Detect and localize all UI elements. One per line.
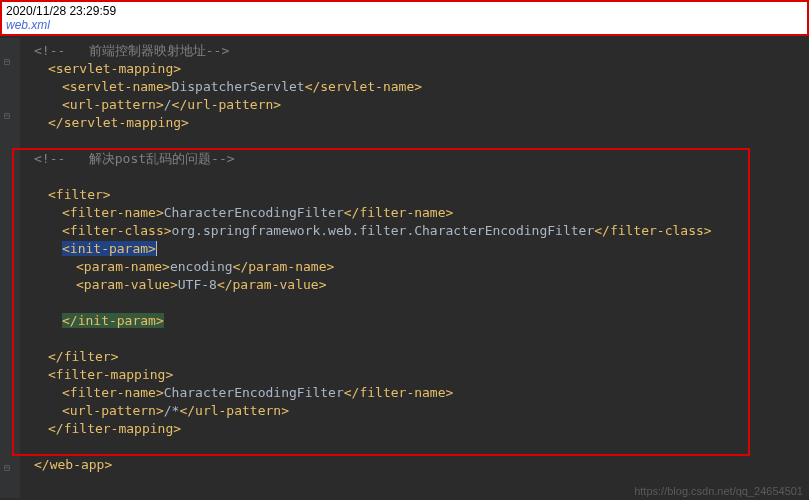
- code-line: <filter-mapping>: [20, 366, 809, 384]
- blank-line: [20, 438, 809, 456]
- comment-line: <!-- 解决post乱码的问题-->: [34, 151, 235, 166]
- blank-line: [20, 132, 809, 150]
- gutter: ⊟ ⊟ ⊟: [0, 38, 20, 498]
- code-line: <filter-class>org.springframework.web.fi…: [20, 222, 809, 240]
- blank-line: [20, 168, 809, 186]
- code-line: <param-name>encoding</param-name>: [20, 258, 809, 276]
- comment-line: <!-- 前端控制器映射地址-->: [34, 43, 229, 58]
- blank-line: [20, 294, 809, 312]
- code-editor[interactable]: <!-- 前端控制器映射地址--> <servlet-mapping> <ser…: [0, 36, 809, 478]
- code-line: <servlet-mapping>: [20, 60, 809, 78]
- code-line: <filter-name>CharacterEncodingFilter</fi…: [20, 384, 809, 402]
- timestamp: 2020/11/28 23:29:59: [6, 4, 803, 18]
- text-cursor: [156, 241, 157, 256]
- code-line: </filter>: [20, 348, 809, 366]
- code-line: </init-param>: [20, 312, 809, 330]
- title-bar: 2020/11/28 23:29:59 web.xml: [0, 0, 809, 36]
- code-line: </servlet-mapping>: [20, 114, 809, 132]
- code-line: <param-value>UTF-8</param-value>: [20, 276, 809, 294]
- code-line: </web-app>: [20, 456, 809, 474]
- code-line: <init-param>: [20, 240, 809, 258]
- code-line: <filter-name>CharacterEncodingFilter</fi…: [20, 204, 809, 222]
- watermark: https://blog.csdn.net/qq_24654501: [634, 485, 803, 497]
- blank-line: [20, 330, 809, 348]
- filename: web.xml: [6, 18, 803, 32]
- code-line: <servlet-name>DispatcherServlet</servlet…: [20, 78, 809, 96]
- code-line: <url-pattern>/*</url-pattern>: [20, 402, 809, 420]
- code-line: </filter-mapping>: [20, 420, 809, 438]
- code-line: <filter>: [20, 186, 809, 204]
- fold-icon[interactable]: ⊟: [4, 56, 16, 68]
- fold-icon[interactable]: ⊟: [4, 110, 16, 122]
- fold-icon[interactable]: ⊟: [4, 462, 16, 474]
- code-line: <url-pattern>/</url-pattern>: [20, 96, 809, 114]
